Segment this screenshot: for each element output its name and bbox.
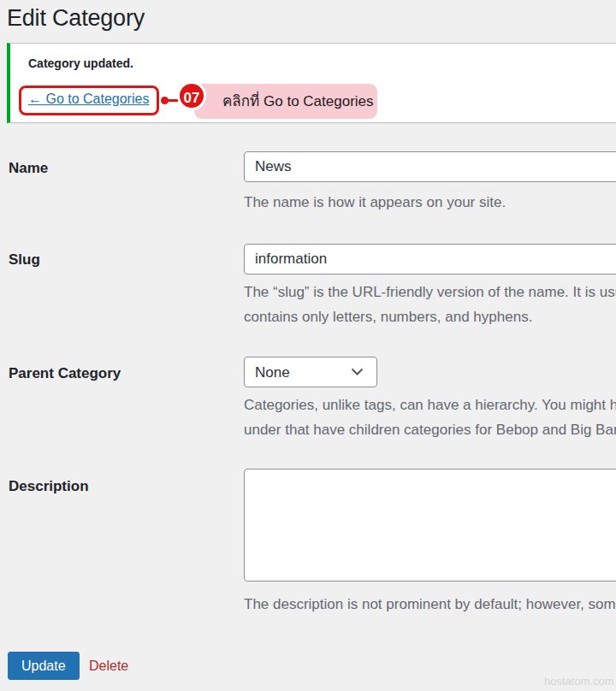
parent-category-help-text: Categories, unlike tags, can have a hier… xyxy=(244,393,616,442)
annotation-step-badge: 07 xyxy=(177,81,206,110)
name-help-text: The name is how it appears on your site. xyxy=(244,190,506,215)
description-textarea[interactable] xyxy=(244,469,616,582)
name-field-label: Name xyxy=(9,160,48,177)
annotation-label: คลิกที่ Go to Categories xyxy=(194,84,377,119)
page-title: Edit Category xyxy=(7,5,145,32)
notice-message: Category updated. xyxy=(28,56,133,70)
parent-category-select[interactable]: None xyxy=(244,357,377,387)
delete-link[interactable]: Delete xyxy=(89,659,128,674)
slug-field-label: Slug xyxy=(9,251,40,269)
watermark: hostatom.com xyxy=(544,675,614,688)
slug-input[interactable] xyxy=(244,244,616,275)
description-field-label: Description xyxy=(9,478,89,495)
description-help-text: The description is not prominent by defa… xyxy=(244,592,616,617)
name-input[interactable] xyxy=(244,151,616,182)
slug-help-text: The “slug” is the URL-friendly version o… xyxy=(244,280,616,329)
parent-category-field-label: Parent Category xyxy=(9,365,121,382)
update-button[interactable]: Update xyxy=(8,652,80,680)
annotation-highlight-box xyxy=(19,86,159,115)
